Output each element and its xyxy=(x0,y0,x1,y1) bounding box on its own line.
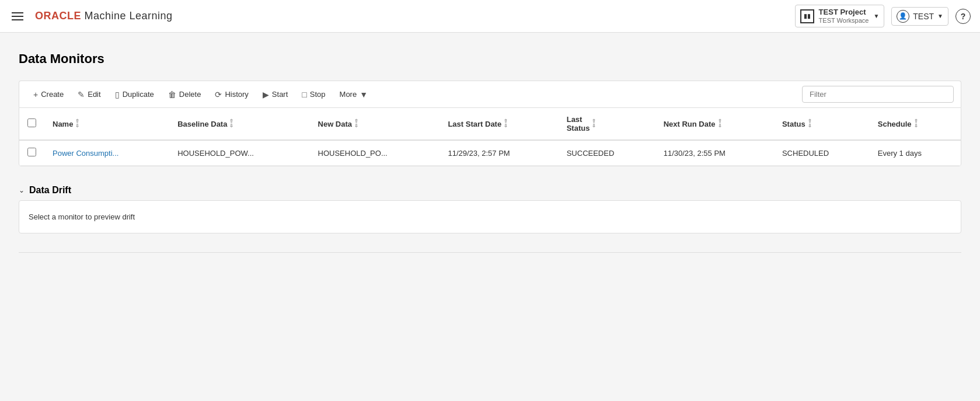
page-title: Data Monitors xyxy=(19,51,961,67)
collapse-icon[interactable]: ⌄ xyxy=(19,186,25,194)
row-name-link[interactable]: Power Consumpti... xyxy=(53,149,118,158)
edit-icon: ✎ xyxy=(78,90,85,99)
data-drift-header: ⌄ Data Drift xyxy=(19,185,961,196)
row-nextrun-cell: 11/30/23, 2:55 PM xyxy=(655,140,774,166)
status-sort-icon: ⇧⇩ xyxy=(808,119,812,128)
more-button[interactable]: More ▼ xyxy=(333,86,375,103)
data-drift-content-wrapper: Select a monitor to preview drift xyxy=(19,200,961,253)
more-chevron-down-icon: ▼ xyxy=(360,90,368,99)
col-laststart-label: Last Start Date xyxy=(448,120,501,128)
ml-logo: Machine Learning xyxy=(81,10,173,22)
data-drift-section: ⌄ Data Drift Select a monitor to preview… xyxy=(19,185,961,253)
col-baseline-label: Baseline Data xyxy=(177,120,227,128)
col-header-baseline-data[interactable]: Baseline Data ⇧⇩ xyxy=(169,108,309,140)
edit-label: Edit xyxy=(88,90,100,99)
delete-button[interactable]: 🗑 Delete xyxy=(161,86,208,103)
oracle-logo: ORACLE xyxy=(35,10,81,22)
col-header-last-status[interactable]: LastStatus ⇧⇩ xyxy=(559,108,655,140)
col-header-last-start-date[interactable]: Last Start Date ⇧⇩ xyxy=(440,108,558,140)
hamburger-menu-icon[interactable] xyxy=(9,10,26,23)
table-row: Power Consumpti... HOUSEHOLD_POW... HOUS… xyxy=(19,140,961,166)
select-all-checkbox[interactable] xyxy=(27,118,36,127)
laststatus-sort-icon: ⇧⇩ xyxy=(592,119,596,128)
header-left: ORACLE Machine Learning xyxy=(9,10,173,23)
col-nextrun-label: Next Run Date xyxy=(664,120,716,128)
project-chevron-down-icon: ▼ xyxy=(873,13,879,19)
row-checkbox-0[interactable] xyxy=(27,148,36,156)
row-laststatus-cell: SUCCEEDED xyxy=(559,140,655,166)
col-name-label: Name xyxy=(53,120,73,128)
stop-label: Stop xyxy=(310,90,326,99)
row-checkbox-cell[interactable] xyxy=(19,140,44,166)
start-button[interactable]: ▶ Start xyxy=(256,86,295,103)
more-label: More xyxy=(340,90,357,99)
delete-icon: 🗑 xyxy=(168,90,176,99)
main-content: Data Monitors + Create ✎ Edit ▯ Duplicat… xyxy=(0,33,980,401)
history-button[interactable]: ⟳ History xyxy=(208,86,255,103)
project-info: TEST Project TEST Workspace xyxy=(819,8,869,25)
row-baseline-cell: HOUSEHOLD_POW... xyxy=(169,140,309,166)
duplicate-label: Duplicate xyxy=(123,90,154,99)
create-label: Create xyxy=(41,90,64,99)
user-icon: 👤 xyxy=(897,10,909,23)
col-schedule-label: Schedule xyxy=(878,120,912,128)
newdata-sort-icon: ⇧⇩ xyxy=(354,119,358,128)
create-icon: + xyxy=(33,90,38,99)
baseline-sort-icon: ⇧⇩ xyxy=(229,119,233,128)
data-drift-empty-message: Select a monitor to preview drift xyxy=(29,212,135,221)
table-header-row: Name ⇧⇩ Baseline Data ⇧⇩ New Data xyxy=(19,108,961,140)
duplicate-icon: ▯ xyxy=(115,90,120,99)
project-icon: ▮▮ xyxy=(800,9,814,23)
start-icon: ▶ xyxy=(263,90,269,99)
name-sort-icon: ⇧⇩ xyxy=(75,119,79,128)
create-button[interactable]: + Create xyxy=(26,86,71,103)
data-monitors-table: Name ⇧⇩ Baseline Data ⇧⇩ New Data xyxy=(19,108,961,166)
data-monitors-table-container: Name ⇧⇩ Baseline Data ⇧⇩ New Data xyxy=(19,107,961,166)
start-label: Start xyxy=(272,90,288,99)
history-icon: ⟳ xyxy=(215,90,222,99)
select-all-header[interactable] xyxy=(19,108,44,140)
data-drift-title: Data Drift xyxy=(29,185,71,196)
row-laststart-cell: 11/29/23, 2:57 PM xyxy=(440,140,558,166)
workspace-name: TEST Workspace xyxy=(819,17,869,25)
delete-label: Delete xyxy=(179,90,201,99)
schedule-sort-icon: ⇧⇩ xyxy=(914,119,918,128)
col-header-name[interactable]: Name ⇧⇩ xyxy=(44,108,169,140)
filter-wrapper xyxy=(802,86,954,103)
user-name: TEST xyxy=(913,12,934,21)
row-newdata-cell: HOUSEHOLD_PO... xyxy=(310,140,440,166)
row-status-cell: SCHEDULED xyxy=(774,140,870,166)
laststart-sort-icon: ⇧⇩ xyxy=(504,119,508,128)
col-header-status[interactable]: Status ⇧⇩ xyxy=(774,108,870,140)
col-header-new-data[interactable]: New Data ⇧⇩ xyxy=(310,108,440,140)
col-laststatus-label: LastStatus xyxy=(567,115,590,132)
duplicate-button[interactable]: ▯ Duplicate xyxy=(108,86,161,103)
project-selector[interactable]: ▮▮ TEST Project TEST Workspace ▼ xyxy=(795,5,885,27)
col-header-next-run-date[interactable]: Next Run Date ⇧⇩ xyxy=(655,108,774,140)
data-drift-content: Select a monitor to preview drift xyxy=(19,200,961,233)
project-name: TEST Project xyxy=(819,8,869,17)
row-name-cell: Power Consumpti... xyxy=(44,140,169,166)
logo: ORACLE Machine Learning xyxy=(35,10,173,22)
header: ORACLE Machine Learning ▮▮ TEST Project … xyxy=(0,0,980,33)
edit-button[interactable]: ✎ Edit xyxy=(71,86,107,103)
user-selector[interactable]: 👤 TEST ▼ xyxy=(891,7,948,26)
col-newdata-label: New Data xyxy=(318,120,353,128)
table-body: Power Consumpti... HOUSEHOLD_POW... HOUS… xyxy=(19,140,961,166)
history-label: History xyxy=(225,90,248,99)
col-header-schedule[interactable]: Schedule ⇧⇩ xyxy=(870,108,961,140)
user-chevron-down-icon: ▼ xyxy=(937,13,943,19)
col-status-label: Status xyxy=(782,120,805,128)
nextrun-sort-icon: ⇧⇩ xyxy=(718,119,722,128)
stop-icon: □ xyxy=(302,90,306,99)
row-schedule-cell: Every 1 days xyxy=(870,140,961,166)
stop-button[interactable]: □ Stop xyxy=(295,86,332,103)
header-right: ▮▮ TEST Project TEST Workspace ▼ 👤 TEST … xyxy=(795,5,971,27)
help-icon[interactable]: ? xyxy=(955,9,971,24)
toolbar: + Create ✎ Edit ▯ Duplicate 🗑 Delete ⟳ H… xyxy=(19,81,961,107)
filter-input[interactable] xyxy=(802,86,954,103)
